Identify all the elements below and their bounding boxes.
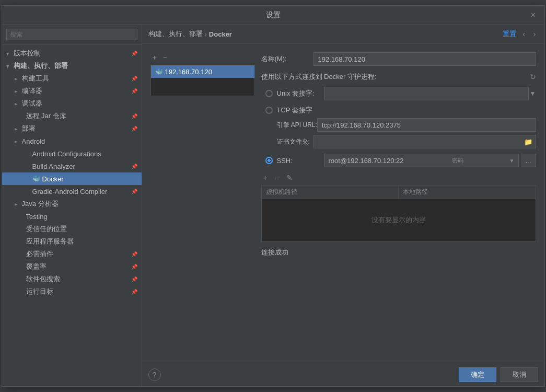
panel-header: 构建、执行、部署 › Docker 重置 ‹ › [142, 25, 544, 44]
sidebar-item-compiler[interactable]: ▸ 编译器 📌 [2, 85, 142, 97]
sidebar-item-required-plugins[interactable]: 必需插件 📌 [2, 248, 142, 260]
tree-area: ▾ 版本控制 📌 ▾ 构建、执行、部署 ▸ 构建工具 📌 ▸ [2, 45, 142, 386]
pin-icon: 📌 [131, 289, 137, 295]
server-list-item[interactable]: 🐳 192.168.70.120 [151, 65, 254, 78]
sidebar-item-run-targets[interactable]: 运行目标 📌 [2, 285, 142, 298]
remove-server-button[interactable]: − [161, 52, 169, 63]
sidebar-item-docker[interactable]: 🐳 Docker [2, 172, 142, 185]
sidebar-item-app-server[interactable]: 应用程序服务器 [2, 235, 142, 248]
pin-icon: 📌 [131, 51, 137, 56]
engine-api-label: 引擎 API URL: [277, 121, 317, 130]
breadcrumb-current: Docker [209, 30, 232, 38]
reset-button[interactable]: 重置 [503, 29, 516, 39]
engine-api-input[interactable] [317, 118, 536, 132]
path-table-header: 虚拟机路径 本地路径 [262, 186, 536, 199]
tcp-radio[interactable] [265, 107, 273, 114]
sidebar-item-java-analyzer[interactable]: ▸ Java 分析器 [2, 198, 142, 210]
tcp-radio-row: TCP 套接字 [265, 106, 536, 115]
ssh-dropdown[interactable]: root@192.168.70.120:22 密码 ▼ [324, 154, 519, 167]
unix-dropdown-arrow: ▼ [530, 90, 536, 97]
ssh-password-hint: 密码 [452, 157, 463, 165]
config-form: 名称(M): 使用以下方式连接到 Docker 守护进程: ↻ Unix 套接字… [261, 52, 536, 257]
edit-path-button[interactable]: ✎ [284, 172, 295, 183]
name-input[interactable] [313, 52, 536, 66]
unix-label: Unix 套接字: [277, 89, 324, 98]
server-item-label: 192.168.70.120 [165, 68, 212, 76]
pin-icon: 📌 [131, 264, 137, 270]
sidebar-item-version-control[interactable]: ▾ 版本控制 📌 [2, 47, 142, 60]
path-table-body: 没有要显示的内容 [262, 199, 536, 241]
cert-label: 证书文件夹: [277, 137, 313, 146]
cert-input[interactable] [313, 135, 521, 148]
sidebar-item-debugger[interactable]: ▸ 调试器 [2, 97, 142, 110]
sidebar-item-label: Docker [42, 175, 64, 183]
dialog-title: 设置 [266, 10, 281, 20]
docker-server-icon: 🐳 [155, 68, 163, 75]
connection-section-title: 使用以下方式连接到 Docker 守护进程: ↻ [261, 72, 536, 82]
add-path-button[interactable]: + [261, 172, 270, 183]
ssh-value: root@192.168.70.120:22 [329, 157, 404, 165]
close-button[interactable]: × [529, 10, 538, 20]
pin-icon: 📌 [131, 113, 137, 119]
sidebar-item-build-tools[interactable]: ▸ 构建工具 📌 [2, 72, 142, 85]
sidebar-item-label: 调试器 [22, 99, 42, 108]
sidebar-item-trusted-locations[interactable]: 受信任的位置 [2, 223, 142, 235]
pin-icon: 📌 [131, 126, 137, 132]
sidebar-item-label: Gradle-Android Compiler [32, 188, 108, 195]
connection-status: 连接成功 [261, 248, 536, 257]
sidebar-item-gradle-android-compiler[interactable]: Gradle-Android Compiler 📌 [2, 185, 142, 198]
sidebar-item-build-execute-deploy[interactable]: ▾ 构建、执行、部署 [2, 60, 142, 72]
unix-radio[interactable] [265, 90, 273, 97]
expand-icon: ▸ [15, 88, 20, 94]
confirm-button[interactable]: 确定 [459, 367, 496, 382]
sidebar-item-build-analyzer[interactable]: Build Analyzer 📌 [2, 160, 142, 172]
sidebar-item-coverage[interactable]: 覆盖率 📌 [2, 260, 142, 273]
refresh-icon[interactable]: ↻ [530, 73, 536, 81]
sidebar: ▾ 版本控制 📌 ▾ 构建、执行、部署 ▸ 构建工具 📌 ▸ [2, 25, 142, 386]
ssh-row: SSH: root@192.168.70.120:22 密码 ▼ ... [261, 154, 536, 167]
search-input[interactable] [6, 29, 137, 40]
help-button[interactable]: ? [148, 368, 161, 381]
sidebar-item-label: 远程 Jar 仓库 [26, 111, 66, 121]
nav-forward-button[interactable]: › [531, 29, 538, 39]
sidebar-item-package-search[interactable]: 软件包搜索 📌 [2, 273, 142, 285]
dropdown-arrow-icon: ▼ [509, 158, 514, 164]
sidebar-item-android-configurations[interactable]: Android Configurations [2, 147, 142, 160]
sidebar-item-label: 部署 [22, 124, 36, 133]
remove-path-button[interactable]: − [273, 172, 281, 183]
unix-input[interactable] [324, 87, 529, 100]
sidebar-item-android[interactable]: ▸ Android [2, 135, 142, 147]
expand-icon: ▸ [15, 126, 20, 132]
sidebar-item-label: Testing [26, 213, 48, 221]
cert-browse-button[interactable]: 📁 [521, 135, 536, 148]
cancel-button[interactable]: 取消 [501, 367, 538, 382]
expand-icon: ▾ [6, 63, 11, 69]
bottom-bar: ? 确定 取消 [142, 363, 544, 386]
folder-icon: 📁 [524, 138, 532, 146]
ssh-radio[interactable] [265, 157, 273, 164]
add-server-button[interactable]: + [150, 52, 159, 63]
sidebar-item-label: 版本控制 [14, 49, 41, 58]
sidebar-item-deploy[interactable]: ▸ 部署 📌 [2, 122, 142, 135]
sidebar-item-label: Android [22, 137, 45, 145]
nav-back-button[interactable]: ‹ [520, 29, 527, 39]
server-list-panel: + − 🐳 192.168.70.120 [150, 52, 255, 257]
tcp-socket-row: TCP 套接字 引擎 API URL: 证书文件夹: [261, 106, 536, 148]
sidebar-item-label: 运行目标 [26, 287, 53, 296]
sidebar-item-label: 应用程序服务器 [26, 237, 74, 246]
list-toolbar: + − [150, 52, 255, 63]
sidebar-item-remote-jar[interactable]: 远程 Jar 仓库 📌 [2, 110, 142, 122]
expand-icon: ▸ [15, 76, 20, 82]
sidebar-item-label: 必需插件 [26, 249, 53, 259]
cert-row: 证书文件夹: 📁 [265, 135, 536, 148]
pin-icon: 📌 [131, 88, 137, 94]
pin-icon: 📌 [131, 164, 137, 169]
ssh-more-button[interactable]: ... [521, 154, 536, 167]
empty-message: 没有要显示的内容 [371, 215, 426, 225]
name-label: 名称(M): [261, 54, 313, 64]
connection-label: 使用以下方式连接到 Docker 守护进程: [261, 72, 377, 82]
status-text: 连接成功 [261, 248, 288, 256]
sidebar-item-label: 编译器 [22, 86, 42, 96]
sidebar-item-label: Android Configurations [32, 150, 101, 158]
sidebar-item-testing[interactable]: Testing [2, 210, 142, 223]
